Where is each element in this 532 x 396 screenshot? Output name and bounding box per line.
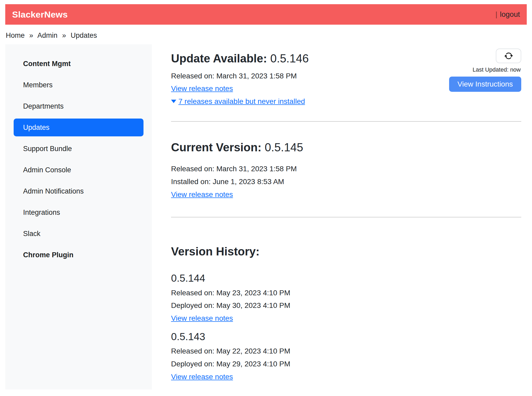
history-version-number: 0.5.143 [171, 331, 521, 343]
update-available-version: 0.5.146 [270, 52, 309, 65]
history-deployed-on: Deployed on: May 29, 2023 4:10 PM [171, 359, 521, 370]
sidebar: Content Mgmt Members Departments Updates… [5, 44, 152, 389]
caret-down-icon [171, 100, 176, 103]
history-released-on: Released on: May 22, 2023 4:10 PM [171, 346, 521, 357]
breadcrumb-updates: Updates [71, 31, 97, 39]
current-released-on: Released on: March 31, 2023 1:58 PM [171, 164, 521, 174]
update-release-notes-line: View release notes [171, 83, 309, 94]
current-version-title: Current Version: 0.5.145 [171, 141, 521, 154]
releases-toggle-label: 7 releases available but never installed [178, 97, 305, 105]
history-release-notes-line: View release notes [171, 313, 521, 324]
current-release-notes-line: View release notes [171, 189, 521, 200]
version-history-section: Version History: 0.5.144 Released on: Ma… [171, 245, 521, 382]
current-installed-on: Installed on: June 1, 2023 8:53 AM [171, 176, 521, 187]
sidebar-item-content-mgmt[interactable]: Content Mgmt [14, 55, 143, 73]
version-history-entry: 0.5.143 Released on: May 22, 2023 4:10 P… [171, 331, 521, 382]
view-instructions-button[interactable]: View Instructions [449, 77, 521, 92]
current-version-label: Current Version: [171, 141, 262, 154]
sidebar-item-integrations[interactable]: Integrations [14, 204, 143, 221]
current-version-section: Current Version: 0.5.145 Released on: Ma… [171, 141, 521, 200]
last-updated-text: Last Updated: now [473, 66, 521, 73]
logout-divider: | [495, 10, 497, 18]
update-available-title: Update Available: 0.5.146 [171, 52, 309, 66]
main-content: Update Available: 0.5.146 Released on: M… [152, 44, 527, 384]
view-release-notes-link[interactable]: View release notes [171, 314, 233, 322]
view-release-notes-link[interactable]: View release notes [171, 84, 233, 93]
history-version-number: 0.5.144 [171, 272, 521, 285]
sidebar-item-members[interactable]: Members [14, 76, 143, 94]
update-available-row: Update Available: 0.5.146 Released on: M… [171, 52, 521, 109]
logout-area: |logout [495, 10, 520, 19]
sidebar-item-chrome-plugin[interactable]: Chrome Plugin [14, 246, 143, 264]
refresh-icon [504, 52, 513, 60]
version-history-title: Version History: [171, 245, 521, 259]
breadcrumb-separator: » [29, 31, 33, 39]
history-release-notes-line: View release notes [171, 372, 521, 382]
update-available-section: Update Available: 0.5.146 Released on: M… [171, 52, 309, 109]
history-released-on: Released on: May 23, 2023 4:10 PM [171, 288, 521, 298]
app-header: SlackerNews |logout [5, 4, 527, 25]
view-release-notes-link[interactable]: View release notes [171, 373, 233, 381]
view-release-notes-link[interactable]: View release notes [171, 190, 233, 199]
page-layout: Content Mgmt Members Departments Updates… [5, 44, 527, 389]
refresh-button[interactable] [496, 49, 521, 63]
releases-toggle-link[interactable]: 7 releases available but never installed [171, 97, 305, 105]
brand-title: SlackerNews [12, 9, 68, 20]
current-version-number: 0.5.145 [265, 141, 303, 154]
update-controls: Last Updated: now View Instructions [449, 49, 521, 92]
sidebar-item-departments[interactable]: Departments [14, 97, 143, 115]
breadcrumb-admin[interactable]: Admin [38, 31, 58, 39]
sidebar-item-slack[interactable]: Slack [14, 225, 143, 243]
sidebar-item-support-bundle[interactable]: Support Bundle [14, 140, 143, 158]
sidebar-item-updates[interactable]: Updates [14, 119, 143, 136]
sidebar-item-admin-console[interactable]: Admin Console [14, 161, 143, 179]
sidebar-item-admin-notifications[interactable]: Admin Notifications [14, 182, 143, 200]
version-history-entry: 0.5.144 Released on: May 23, 2023 4:10 P… [171, 272, 521, 324]
breadcrumb: Home » Admin » Updates [5, 31, 527, 40]
history-deployed-on: Deployed on: May 30, 2023 4:10 PM [171, 300, 521, 311]
releases-toggle-line: 7 releases available but never installed [171, 96, 309, 107]
update-available-label: Update Available: [171, 52, 267, 65]
update-released-on: Released on: March 31, 2023 1:58 PM [171, 71, 309, 82]
logout-link[interactable]: logout [500, 10, 520, 18]
section-divider [171, 121, 521, 122]
section-divider [171, 217, 521, 217]
breadcrumb-home[interactable]: Home [6, 31, 25, 39]
breadcrumb-separator: » [62, 31, 66, 39]
